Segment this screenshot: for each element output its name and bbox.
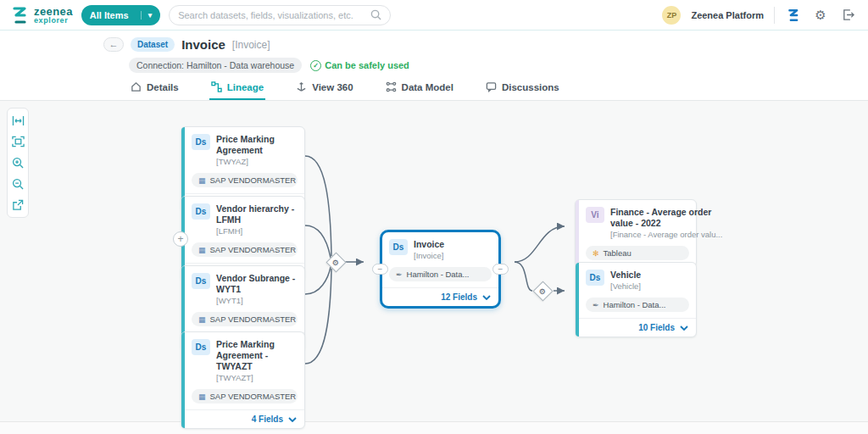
user-name: Zeenea Platform (691, 10, 764, 20)
status-badge: ✓ Can be safely used (310, 60, 409, 71)
page-footer (0, 421, 868, 434)
tab-label: Discussions (502, 82, 559, 92)
page-header: ← Dataset Invoice [Invoice] Connection: … (0, 31, 868, 101)
lineage-node-invoice-selected[interactable]: − − Ds Invoice [Invoice] ✒Hamilton - Dat… (380, 230, 501, 309)
tab-label: View 360 (312, 82, 353, 92)
connection-name: SAP VENDORMASTER (210, 392, 297, 401)
fit-width-icon[interactable] (11, 114, 25, 127)
page-title: Invoice (181, 37, 225, 52)
zoom-in-icon[interactable] (11, 156, 25, 170)
node-key: [Finance - Average order valu... (610, 230, 722, 239)
fields-count: 4 Fields (252, 415, 283, 424)
dataset-type-badge: Dataset (131, 37, 175, 52)
lineage-node-price-marking-agreement-twyazt[interactable]: Ds Price Marking Agreement - TWYAZT [TWY… (181, 331, 305, 429)
lineage-canvas[interactable]: Ds Price Marking Agreement [TWYAZ] ▦SAP … (0, 101, 868, 421)
zoom-out-icon[interactable] (11, 177, 25, 191)
page-title-key: [Invoice] (232, 39, 270, 51)
top-header: zeenea explorer All Items ▾ ZP Zeenea Pl… (0, 0, 868, 31)
connection-name: SAP VENDORMASTER (210, 314, 297, 324)
dataset-badge: Ds (192, 203, 210, 220)
connection-name: Hamilton - Data... (604, 300, 666, 309)
table-connection-icon: ▦ (198, 246, 206, 254)
search-input[interactable] (178, 10, 364, 20)
global-search[interactable] (169, 5, 391, 25)
node-key: [TWYAZ] (216, 157, 298, 166)
node-connection-chip: ▦SAP VENDORMASTER (192, 173, 298, 187)
tab-details[interactable]: Details (129, 78, 181, 100)
node-key: [Vehicle] (610, 281, 641, 291)
node-connection-chip: ✒Hamilton - Data... (389, 267, 492, 281)
zeenea-logo: zeenea explorer (12, 6, 73, 25)
dataset-badge: Ds (389, 239, 408, 255)
home-icon (131, 81, 142, 92)
node-title: Price Marking Agreement (216, 134, 298, 156)
user-avatar[interactable]: ZP (662, 6, 681, 25)
chat-icon (486, 81, 497, 92)
tab-data-model[interactable]: Data Model (384, 78, 455, 100)
fields-toggle[interactable]: 10 Fields (579, 318, 696, 337)
dataset-badge: Ds (192, 134, 210, 150)
zeenea-logo-icon (12, 6, 29, 25)
collapse-upstream-button[interactable]: − (372, 264, 388, 275)
axes-icon (296, 81, 307, 92)
node-title: Vendor Subrange - WYT1 (216, 273, 298, 295)
tab-lineage[interactable]: Lineage (209, 78, 265, 100)
node-connection-chip: ✒Hamilton - Data... (586, 298, 689, 312)
chevron-down-icon: ▾ (141, 11, 153, 19)
tab-label: Details (147, 82, 179, 92)
node-title: Invoice (414, 239, 444, 250)
node-connection-chip: ▦SAP VENDORMASTER (192, 242, 298, 257)
tab-view-360[interactable]: View 360 (294, 78, 354, 100)
table-connection-icon: ▦ (198, 176, 206, 185)
scope-dropdown[interactable]: All Items ▾ (81, 5, 160, 25)
tab-bar: Details Lineage View 360 Data Model Disc… (129, 78, 868, 100)
search-icon (370, 9, 381, 20)
check-circle-icon: ✓ (310, 60, 321, 71)
table-connection-icon: ▦ (198, 392, 206, 401)
fit-screen-icon[interactable] (11, 135, 25, 148)
pen-connection-icon: ✒ (396, 270, 403, 279)
connection-pill: Connection: Hamilton - Data warehouse (129, 58, 302, 73)
dataset-badge: Ds (192, 273, 210, 289)
node-title: Price Marking Agreement - TWYAZT (216, 339, 298, 372)
node-connection-chip: ▦SAP VENDORMASTER (192, 389, 298, 403)
tab-discussions[interactable]: Discussions (484, 78, 561, 100)
settings-gear-icon[interactable]: ⚙ (812, 7, 829, 24)
tableau-icon: ✻ (593, 249, 599, 258)
connection-name: SAP VENDORMASTER (210, 175, 297, 185)
data-model-icon (386, 81, 397, 92)
node-connection-chip: ✻Tableau (586, 246, 689, 260)
back-button[interactable]: ← (103, 37, 124, 52)
header-divider (774, 7, 775, 24)
chevron-down-icon (288, 417, 297, 422)
collapse-downstream-button[interactable]: − (492, 264, 509, 275)
lineage-icon (211, 81, 222, 92)
tab-label: Data Model (402, 82, 453, 92)
lineage-node-finance-visualization[interactable]: Vi Finance - Average order value - 2022 … (575, 199, 697, 267)
logo-subtitle: explorer (34, 17, 73, 25)
scope-dropdown-label: All Items (90, 10, 129, 20)
dataset-badge: Ds (586, 270, 604, 286)
operation-icon: ⚙ (539, 287, 546, 295)
status-label: Can be safely used (325, 60, 409, 70)
logo-title: zeenea (34, 6, 73, 17)
fields-toggle[interactable]: 4 Fields (185, 409, 304, 428)
connection-name: Hamilton - Data... (407, 270, 470, 279)
node-key: [Invoice] (414, 251, 444, 260)
lineage-node-vehicle[interactable]: Ds Vehicle [Vehicle] ✒Hamilton - Data...… (575, 262, 697, 337)
expand-upstream-button[interactable]: + (173, 231, 188, 247)
canvas-toolbar (7, 108, 29, 218)
fields-toggle[interactable]: 12 Fields (382, 287, 498, 306)
zeenea-platform-icon[interactable] (785, 7, 802, 24)
node-connection-chip: ▦SAP VENDORMASTER (192, 312, 298, 326)
pen-connection-icon: ✒ (593, 301, 599, 309)
table-connection-icon: ▦ (198, 315, 206, 324)
tab-label: Lineage (227, 82, 264, 92)
node-key: [LFMH] (216, 226, 298, 236)
node-title: Vehicle (610, 270, 641, 281)
export-lineage-icon[interactable] (11, 198, 25, 212)
logout-icon[interactable] (839, 7, 856, 24)
chevron-down-icon (680, 326, 688, 331)
connection-name: SAP VENDORMASTER (210, 245, 297, 254)
connection-name: Tableau (604, 248, 632, 258)
